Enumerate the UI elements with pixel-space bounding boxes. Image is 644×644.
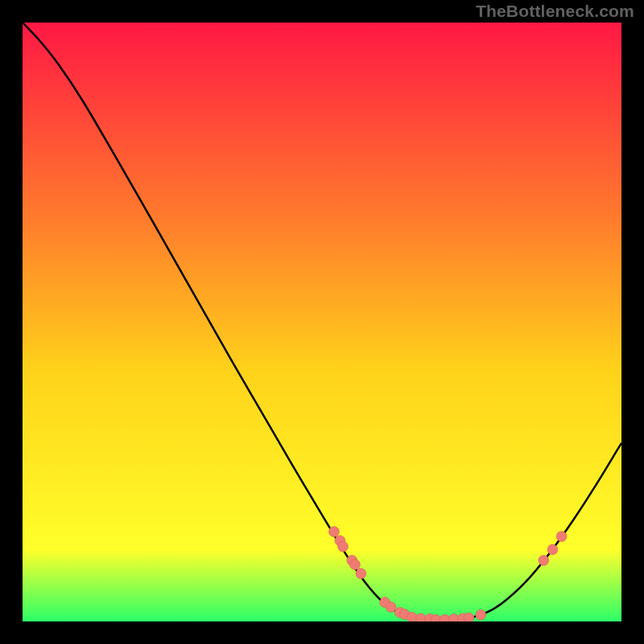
data-dot (464, 613, 474, 621)
data-dot (386, 602, 396, 613)
data-dot (350, 559, 361, 570)
chart-frame: TheBottleneck.com (0, 0, 644, 644)
data-dot (415, 613, 426, 621)
watermark-text: TheBottleneck.com (476, 2, 634, 21)
data-dot (539, 555, 549, 566)
chart-svg (23, 23, 621, 621)
data-dot (328, 526, 339, 537)
gradient-background (23, 23, 621, 621)
data-dot (556, 531, 567, 542)
data-dot (407, 612, 417, 621)
data-dot (338, 542, 349, 552)
data-dot (356, 568, 366, 579)
data-dot (476, 609, 486, 620)
plot-area (23, 23, 621, 621)
data-dot (547, 544, 558, 555)
